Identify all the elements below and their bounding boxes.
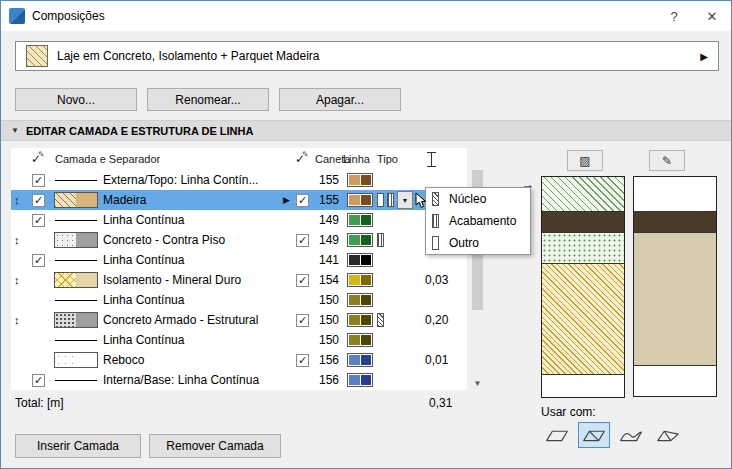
layer-name-cell[interactable]: Concreto Armado - Estrutural xyxy=(103,310,293,330)
visibility-cell[interactable]: ✓ xyxy=(29,210,51,230)
pen-color-swatch[interactable] xyxy=(347,293,373,307)
thickness-value[interactable]: 0,20 xyxy=(417,310,465,330)
layer-name-cell[interactable]: Concreto - Contra Piso xyxy=(103,230,293,250)
pen-check-cell[interactable] xyxy=(293,370,315,390)
layer-fill-swatch[interactable] xyxy=(54,192,98,208)
name-combo-arrow-icon[interactable]: ▶ xyxy=(283,195,290,205)
cut-fill-pattern[interactable] xyxy=(55,193,76,207)
preview-layer[interactable] xyxy=(634,233,716,366)
preview-layer[interactable] xyxy=(542,177,624,212)
drag-handle-icon[interactable]: ↕ xyxy=(14,314,20,326)
drag-cell[interactable] xyxy=(11,210,29,230)
table-row[interactable]: Linha Contínua150 xyxy=(11,330,467,350)
layer-name[interactable]: Concreto - Contra Piso xyxy=(103,233,225,247)
pen-number[interactable]: 149 xyxy=(315,230,343,250)
pen-color-swatch[interactable] xyxy=(347,253,373,267)
type-cell[interactable] xyxy=(377,230,417,250)
surface-pattern[interactable] xyxy=(76,273,97,287)
layer-name-cell[interactable]: Interna/Base: Linha Contínua xyxy=(103,370,293,390)
pen-color-swatch[interactable] xyxy=(347,313,373,327)
checkbox[interactable]: ✓ xyxy=(32,174,45,187)
pen-number[interactable]: 155 xyxy=(315,170,343,190)
drag-cell[interactable] xyxy=(11,290,29,310)
pen-number[interactable]: 150 xyxy=(315,310,343,330)
type-cell[interactable] xyxy=(377,330,417,350)
checkbox[interactable]: ✓ xyxy=(32,194,45,207)
visibility-cell[interactable] xyxy=(29,350,51,370)
visibility-cell[interactable] xyxy=(29,290,51,310)
pen-check-cell[interactable]: ✓ xyxy=(293,230,315,250)
pen-color-cell[interactable] xyxy=(343,310,377,330)
pen-color-swatch[interactable] xyxy=(347,233,373,247)
type-cell[interactable] xyxy=(377,310,417,330)
drag-handle-icon[interactable]: ↕ xyxy=(14,274,20,286)
checkbox[interactable]: ✓ xyxy=(296,274,309,287)
use-with-shell-icon[interactable] xyxy=(615,422,647,448)
pen-color-cell[interactable] xyxy=(343,230,377,250)
use-with-roof-icon[interactable] xyxy=(578,422,610,448)
surface-pattern[interactable] xyxy=(76,193,97,207)
type-cell[interactable] xyxy=(377,270,417,290)
pen-color-segment[interactable] xyxy=(349,315,360,325)
checkbox[interactable]: ✓ xyxy=(296,234,309,247)
type-cell[interactable] xyxy=(377,170,417,190)
swatch-cell[interactable] xyxy=(51,210,103,230)
pen-color-cell[interactable] xyxy=(343,270,377,290)
preview-layer[interactable] xyxy=(542,375,624,397)
pen-number[interactable]: 156 xyxy=(315,350,343,370)
drag-cell[interactable]: ↕ xyxy=(11,270,29,290)
pen-check-cell[interactable]: ✓ xyxy=(293,310,315,330)
layer-name-cell[interactable]: Externa/Topo: Linha Contín... xyxy=(103,170,293,190)
type-dropdown-button[interactable]: ▼ xyxy=(397,191,413,209)
table-row[interactable]: Reboco✓1560,01 xyxy=(11,350,467,370)
swatch-cell[interactable] xyxy=(51,330,103,350)
table-scrollbar[interactable]: ▼ xyxy=(471,148,484,390)
pen-check-cell[interactable]: ✓ xyxy=(293,350,315,370)
layer-name-cell[interactable]: Linha Contínua xyxy=(103,210,293,230)
dropdown-item[interactable]: Acabamento xyxy=(426,210,530,232)
pen-color-segment[interactable] xyxy=(361,295,372,305)
table-row[interactable]: ↕Isolamento - Mineral Duro✓1540,03 xyxy=(11,270,467,290)
layer-fill-swatch[interactable] xyxy=(54,312,98,328)
section-header-edit-layers[interactable]: ▼ EDITAR CAMADA E ESTRUTURA DE LINHA xyxy=(1,120,731,141)
drag-cell[interactable] xyxy=(11,330,29,350)
preview-layer[interactable] xyxy=(542,233,624,264)
insert-layer-button[interactable]: Inserir Camada xyxy=(15,434,141,458)
thickness-value[interactable] xyxy=(417,330,465,350)
drag-cell[interactable] xyxy=(11,170,29,190)
remove-layer-button[interactable]: Remover Camada xyxy=(149,434,281,458)
bar-lines-icon[interactable] xyxy=(432,214,439,228)
pen-check-cell[interactable]: ✓ xyxy=(293,270,315,290)
preview-layer[interactable] xyxy=(542,212,624,233)
drag-handle-icon[interactable]: ↕ xyxy=(14,194,20,206)
pen-color-segment[interactable] xyxy=(361,255,372,265)
preview-layer[interactable] xyxy=(634,177,716,212)
pen-color-cell[interactable] xyxy=(343,290,377,310)
dropdown-item-label[interactable]: Acabamento xyxy=(449,214,516,228)
pen-color-segment[interactable] xyxy=(349,335,360,345)
pen-number[interactable]: 141 xyxy=(315,250,343,270)
pen-number[interactable]: 150 xyxy=(315,290,343,310)
pen-color-segment[interactable] xyxy=(349,215,360,225)
pen-color-cell[interactable] xyxy=(343,350,377,370)
drag-cell[interactable] xyxy=(11,370,29,390)
pen-color-segment[interactable] xyxy=(349,195,360,205)
pen-color-cell[interactable] xyxy=(343,370,377,390)
new-button[interactable]: Novo... xyxy=(15,88,137,111)
visibility-cell[interactable] xyxy=(29,230,51,250)
bar-hatch-icon[interactable] xyxy=(432,192,439,206)
visibility-cell[interactable] xyxy=(29,330,51,350)
pen-check-cell[interactable] xyxy=(293,290,315,310)
layer-fill-swatch[interactable] xyxy=(54,272,98,288)
pen-color-segment[interactable] xyxy=(349,175,360,185)
surface-pattern[interactable] xyxy=(76,353,97,367)
visibility-cell[interactable] xyxy=(29,270,51,290)
bar-plain-icon[interactable] xyxy=(377,193,384,207)
visibility-cell[interactable]: ✓ xyxy=(29,250,51,270)
table-row[interactable]: ✓Linha Contínua141 xyxy=(11,250,467,270)
cut-fill-pattern[interactable] xyxy=(55,233,76,247)
pen-color-segment[interactable] xyxy=(361,335,372,345)
swatch-cell[interactable] xyxy=(51,190,103,210)
layer-fill-swatch[interactable] xyxy=(54,352,98,368)
surface-pattern[interactable] xyxy=(76,313,97,327)
